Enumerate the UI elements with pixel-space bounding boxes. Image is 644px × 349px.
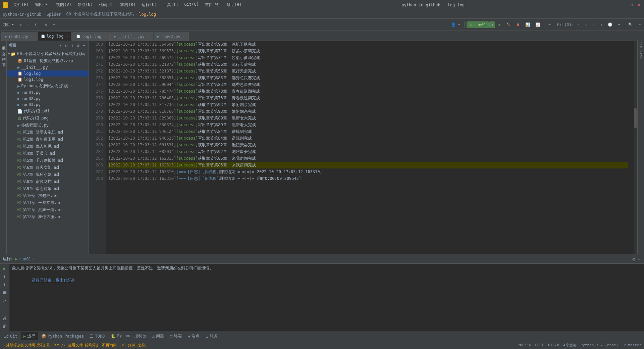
indent[interactable]: 4个空格 [563,343,577,348]
status-tab-packages[interactable]: 📦 Python Packages [39,333,87,340]
tab-log[interactable]: 📄 log.log ✕ [37,32,72,41]
sidebar-btn-refresh[interactable]: ↻ [64,42,69,49]
status-tab-run[interactable]: ▶ 运行 [21,332,38,340]
breadcrumb-spider[interactable]: Spider [47,12,61,17]
tree-item-ch3[interactable]: MD 第3章 仇人相见.md [7,143,89,150]
code-content[interactable]: [2022-10-20 17:03:11.354609][success]写出章… [106,41,631,254]
tree-item-pdf[interactable]: 📄 代码介绍.pdf [7,108,89,115]
tab-log1[interactable]: 📄 log1.log ✕ [72,32,110,41]
scrollbar-track[interactable] [634,41,637,254]
toolbar-more[interactable]: ⋯ [636,21,643,28]
toolbar-build[interactable]: 🔨 [504,21,513,28]
tab-close-log[interactable]: ✕ [66,35,68,38]
status-tab-problems[interactable]: ⚠ 问题 [150,332,167,340]
maximize-button[interactable]: ❐ [629,3,634,7]
menu-refactor[interactable]: 重构(R) [117,1,138,8]
tree-item-ch4[interactable]: MD 第4章 委员会.md [7,150,89,157]
left-tab-bookmark[interactable]: 书签 [0,57,7,62]
tab-run01[interactable]: ▶ run01.py ✕ [1,32,37,41]
status-tab-terminal[interactable]: □ 终端 [167,332,184,340]
tab-init[interactable]: ▶ __init__.py ✕ [110,32,153,41]
menu-file[interactable]: 文件(F) [11,1,32,8]
tree-item-init[interactable]: ▶ __init__.py [7,64,89,70]
cursor-position[interactable]: 286:16 [518,343,531,347]
tree-item-run02[interactable]: ▶ run02.py [7,96,89,102]
tab-close-run02[interactable]: ✕ [183,35,185,38]
menu-tools[interactable]: 工具(T) [160,1,181,8]
menu-edit[interactable]: 编辑(E) [32,1,53,8]
run-button[interactable]: ▶ run01 [467,21,490,28]
tree-root[interactable]: ▼ 📁 00.小说网站小说多线程下载爬虫代码 [7,50,89,57]
tree-item-ch1[interactable]: MD 第1章 复学去泡妞.md [7,129,89,136]
git-push[interactable]: ↑ [598,21,604,28]
minimize-button[interactable]: ─ [622,3,627,7]
run-print-btn[interactable]: 🖨 [1,315,8,321]
window-controls[interactable]: ─ ❐ ✕ [622,3,641,7]
git-warning[interactable]: ⚠ 外部添加的文件可以添加到 Git // 查看文件 始终添加 不再询问 (16… [3,343,147,348]
status-tab-console[interactable]: 🐍 Python 控制台 [108,332,149,340]
left-tab-project[interactable]: 项目 [0,41,7,46]
menu-bar[interactable]: 文件(F) 编辑(E) 视图(V) 导航(N) 代码(C) 重构(R) 运行(U… [11,1,244,8]
toolbar-coverage[interactable]: 📊 [523,21,532,28]
toolbar-search[interactable]: 🔍 [626,21,635,28]
line-ending[interactable]: CRLF [535,343,544,347]
tree-item-ch5[interactable]: MD 第5章 千万别报警.md [7,157,89,164]
toolbar-hide[interactable]: − [51,21,57,28]
tree-item-run01[interactable]: ▶ run01.py [7,90,89,96]
encoding[interactable]: UTF-8 [548,343,559,347]
breadcrumb-project[interactable]: python-in-github [3,12,42,17]
tree-item-ch6[interactable]: MD 第6章 冒火女郎.md [7,164,89,171]
run-panel-minimize[interactable]: − [637,256,641,262]
tree-item-zip[interactable]: 📦 01备份-初步完成爬取.zip [7,57,89,64]
run-clear-btn[interactable]: 🗑 [1,323,8,330]
sidebar-btn-close[interactable]: − [82,42,87,49]
menu-code[interactable]: 代码(C) [96,1,117,8]
toolbar-profile[interactable]: 📈 [533,21,542,28]
tree-item-multitest[interactable]: ▶ 多线程测试.py [7,122,89,129]
git-branch[interactable]: ⎇ master [622,343,641,347]
git-check1[interactable]: ✓ [575,21,582,28]
tree-item-loglog[interactable]: 📋 log.log [7,70,89,77]
git-history[interactable]: 🕐 [606,21,614,28]
status-tab-services[interactable]: ☁ 服务 [203,332,220,340]
run-scroll-down[interactable]: ⬇ [1,281,8,288]
status-tab-git[interactable]: ⎇ Git [1,333,20,340]
scmview-label[interactable]: SCM view [638,41,643,60]
toolbar-collapse[interactable]: ⬆ [25,21,31,28]
run-panel-settings[interactable]: ⚙ [632,256,636,262]
tab-close-init[interactable]: ✕ [147,35,149,38]
sidebar-btn-dropdown[interactable]: ▾ [58,42,63,49]
toolbar-avatar[interactable]: 👤 ▾ [449,21,462,28]
sidebar-btn-settings[interactable]: ⚙ [76,42,80,49]
tab-close-run01[interactable]: ✕ [31,35,33,38]
run-play-btn[interactable]: ▶ [1,265,8,272]
toolbar-undo[interactable]: ↶ [546,21,553,28]
menu-git[interactable]: Git(G) [182,1,202,8]
sidebar-btn-collapse[interactable]: ⬆ [70,42,75,49]
menu-run[interactable]: 运行(U) [139,1,160,8]
status-tab-endpoints[interactable]: ◈ 端点 [185,332,202,340]
tree-item-ch2[interactable]: MD 第2章 青年近卫军.md [7,136,89,143]
tree-item-run03[interactable]: ▶ run03.py [7,102,89,108]
tree-item-ch11[interactable]: MD 第11章 一拳立威.md [7,199,89,206]
run-scroll-up[interactable]: ⬆ [1,273,8,280]
tree-item-log1[interactable]: 📋 log1.log [7,77,89,83]
close-button[interactable]: ✕ [637,3,641,7]
output-finish-link[interactable]: 进程已结束，退出代码0 [32,278,74,283]
menu-help[interactable]: 帮助(H) [224,1,245,8]
breadcrumb-folder[interactable]: 00.小说网站小说多线程下载爬虫代码 [66,11,134,17]
tab-close-log1[interactable]: ✕ [104,35,106,38]
tree-item-ch9[interactable]: MD 第9章 暗恋对象.md [7,185,89,192]
tree-item-ch7[interactable]: MD 第7章 疯环小妹.md [7,171,89,178]
left-tab-commit[interactable]: 提交 [0,46,7,52]
tree-item-pynovel[interactable]: ▶ Python小说网站小说多线... [7,83,89,90]
run-dropdown[interactable]: ▾ [490,21,495,28]
menu-navigate[interactable]: 导航(N) [75,1,96,8]
toolbar-debug[interactable]: ▶ [496,21,503,28]
tree-item-ch12[interactable]: MD 第12章 共舞一曲.md [7,206,89,213]
python-version[interactable]: Python 3.7 (base) [581,343,619,347]
menu-view[interactable]: 视图(V) [53,1,74,8]
toolbar-stop[interactable]: ⏹ [514,21,522,28]
run-wrap-btn[interactable]: ↩ [1,297,8,304]
project-dropdown[interactable]: 项目 ▾ [1,21,16,28]
